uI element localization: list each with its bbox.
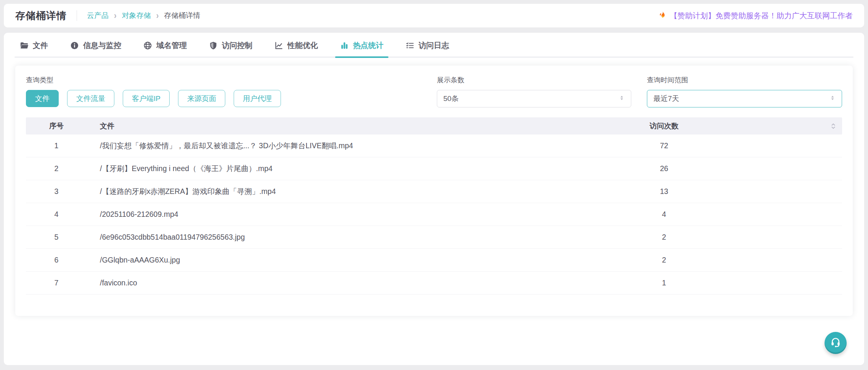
select-arrows-icon <box>829 94 836 104</box>
time-range-value: 最近7天 <box>653 94 679 104</box>
breadcrumb-separator: › <box>156 10 159 21</box>
globe-icon <box>143 41 152 50</box>
row-file-name: /我们妄想「修炼爱情」，最后却又被谁遗忘...？ 3D小少年舞台LIVE翻唱.m… <box>87 141 486 151</box>
tab-files[interactable]: 文件 <box>20 33 48 58</box>
row-file-name: /【迷路的牙刷x赤潮ZERA】游戏印象曲「寻溯」.mp4 <box>87 186 486 197</box>
table-header-row: 序号 文件 访问次数 <box>26 117 842 135</box>
query-type-label: 查询类型 <box>26 75 281 85</box>
tab-access-control[interactable]: 访问控制 <box>209 33 252 58</box>
query-type-button-client-ip[interactable]: 客户端IP <box>123 90 170 107</box>
row-access-count: 2 <box>486 256 842 264</box>
select-arrows-icon <box>618 94 626 104</box>
breadcrumb: 云产品 › 对象存储 › 存储桶详情 <box>87 11 200 21</box>
hotspot-table: 序号 文件 访问次数 1/我们妄想「修炼爱情」，最后却又被谁遗忘...？ 3D小… <box>26 117 842 295</box>
shield-icon <box>209 41 218 50</box>
row-access-count: 72 <box>486 141 842 150</box>
list-icon <box>406 41 414 50</box>
tab-label: 性能优化 <box>287 40 318 51</box>
row-index: 1 <box>26 141 87 150</box>
row-access-count: 13 <box>486 187 842 196</box>
time-range-select[interactable]: 最近7天 <box>647 90 842 107</box>
tab-label: 域名管理 <box>156 40 187 51</box>
table-row: 3/【迷路的牙刷x赤潮ZERA】游戏印象曲「寻溯」.mp413 <box>26 180 842 203</box>
query-type-button-user-agent[interactable]: 用户代理 <box>234 90 281 107</box>
headset-icon <box>829 336 842 350</box>
display-count-label: 展示条数 <box>437 75 631 85</box>
query-type-buttons: 文件文件流量客户端IP来源页面用户代理 <box>26 90 281 107</box>
column-header-count: 访问次数 <box>486 121 842 131</box>
query-type-button-file[interactable]: 文件 <box>26 90 59 107</box>
info-icon <box>70 41 79 50</box>
support-fab-button[interactable] <box>825 332 847 354</box>
row-index: 5 <box>26 233 87 242</box>
time-range-label: 查询时间范围 <box>647 75 842 85</box>
table-row: 1/我们妄想「修炼爱情」，最后却又被谁遗忘...？ 3D小少年舞台LIVE翻唱.… <box>26 135 842 157</box>
sort-chevrons-icon[interactable] <box>829 122 838 130</box>
breadcrumb-link-cloud-products[interactable]: 云产品 <box>87 11 109 21</box>
sponsor-promo-link[interactable]: 【赞助计划】免费赞助服务器！助力广大互联网工作者 <box>658 11 853 21</box>
content-card: 查询类型 文件文件流量客户端IP来源页面用户代理 展示条数 50条 查询时间范围 <box>15 66 853 316</box>
table-row: 7/favicon.ico1 <box>26 272 842 295</box>
table-row: 5/6e96c053cdbb514baa01194796256563.jpg2 <box>26 226 842 249</box>
column-header-index: 序号 <box>26 121 87 131</box>
table-body: 1/我们妄想「修炼爱情」，最后却又被谁遗忘...？ 3D小少年舞台LIVE翻唱.… <box>26 135 842 295</box>
tab-bar: 文件信息与监控域名管理访问控制性能优化热点统计访问日志 <box>15 33 853 58</box>
header-bar: 存储桶详情 云产品 › 对象存储 › 存储桶详情 【赞助计划】免费赞助服务器！助… <box>4 4 864 27</box>
column-header-file: 文件 <box>87 121 486 131</box>
table-row: 6/GGlqbn-aAAAG6Xu.jpg2 <box>26 249 842 272</box>
tab-hotspot-stats[interactable]: 热点统计 <box>340 33 383 58</box>
breadcrumb-separator: › <box>114 10 117 21</box>
tab-info-monitor[interactable]: 信息与监控 <box>70 33 121 58</box>
display-count-value: 50条 <box>443 94 459 104</box>
row-file-name: /GGlqbn-aAAAG6Xu.jpg <box>87 256 486 264</box>
breadcrumb-current: 存储桶详情 <box>164 11 200 21</box>
filter-row: 查询类型 文件文件流量客户端IP来源页面用户代理 展示条数 50条 查询时间范围 <box>26 75 842 107</box>
row-index: 3 <box>26 187 87 196</box>
tab-label: 访问控制 <box>222 40 252 51</box>
row-access-count: 26 <box>486 164 842 173</box>
page-title: 存储桶详情 <box>15 9 67 22</box>
table-row: 2/【牙刷】Everything i need（《海王》片尾曲）.mp426 <box>26 157 842 180</box>
display-count-group: 展示条数 50条 <box>437 75 631 107</box>
tab-performance[interactable]: 性能优化 <box>274 33 318 58</box>
table-row: 4/20251106-212609.mp44 <box>26 203 842 226</box>
flame-icon <box>658 11 666 21</box>
time-range-group: 查询时间范围 最近7天 <box>647 75 842 107</box>
row-access-count: 2 <box>486 233 842 242</box>
tab-label: 信息与监控 <box>83 40 121 51</box>
row-index: 4 <box>26 210 87 219</box>
row-access-count: 4 <box>486 210 842 219</box>
display-count-select[interactable]: 50条 <box>437 90 631 107</box>
line-chart-icon <box>274 41 283 50</box>
main-card: 文件信息与监控域名管理访问控制性能优化热点统计访问日志 查询类型 文件文件流量客… <box>4 33 864 365</box>
tab-domain-manage[interactable]: 域名管理 <box>143 33 187 58</box>
row-file-name: /20251106-212609.mp4 <box>87 210 486 219</box>
query-type-button-file-traffic[interactable]: 文件流量 <box>67 90 114 107</box>
page: 存储桶详情 云产品 › 对象存储 › 存储桶详情 【赞助计划】免费赞助服务器！助… <box>0 0 868 370</box>
row-file-name: /6e96c053cdbb514baa01194796256563.jpg <box>87 233 486 242</box>
query-type-button-referer-page[interactable]: 来源页面 <box>178 90 225 107</box>
row-file-name: /favicon.ico <box>87 279 486 287</box>
query-type-group: 查询类型 文件文件流量客户端IP来源页面用户代理 <box>26 75 281 107</box>
breadcrumb-link-object-storage[interactable]: 对象存储 <box>122 11 151 21</box>
row-index: 2 <box>26 164 87 173</box>
tab-access-log[interactable]: 访问日志 <box>406 33 449 58</box>
tab-label: 访问日志 <box>419 40 449 51</box>
row-index: 7 <box>26 279 87 287</box>
row-index: 6 <box>26 256 87 264</box>
title-divider <box>77 10 77 21</box>
tab-label: 热点统计 <box>353 40 383 51</box>
promo-text: 【赞助计划】免费赞助服务器！助力广大互联网工作者 <box>670 11 853 21</box>
row-access-count: 1 <box>486 279 842 287</box>
tab-label: 文件 <box>33 40 48 51</box>
folder-icon <box>20 41 29 50</box>
row-file-name: /【牙刷】Everything i need（《海王》片尾曲）.mp4 <box>87 163 486 174</box>
bar-chart-icon <box>340 41 349 50</box>
